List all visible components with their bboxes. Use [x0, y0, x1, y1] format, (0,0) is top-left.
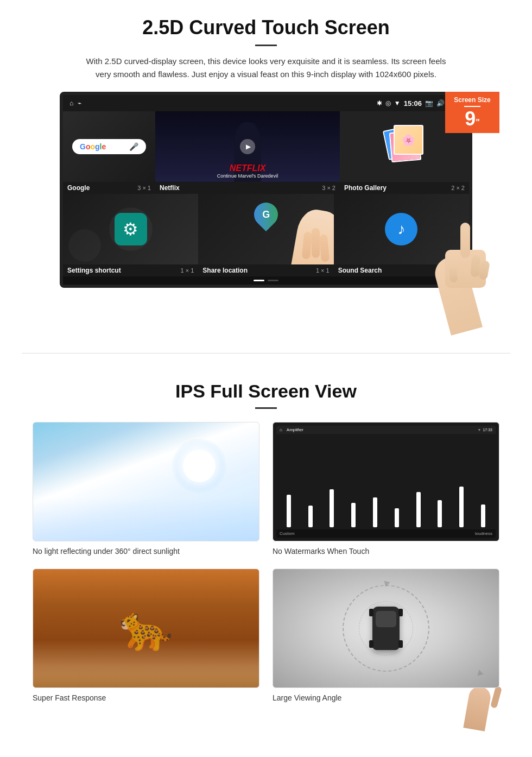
google-mic-icon: 🎤 [129, 142, 138, 151]
screen-size-unit: " [476, 118, 480, 127]
thumb [449, 266, 458, 282]
netflix-play-button[interactable] [240, 139, 255, 154]
feature-watermark: ⌂ Amplifier ▼ 17:33 [273, 422, 499, 556]
share-location-label-row: Share location 1 × 1 [198, 264, 333, 276]
app-cell-share-location[interactable]: G Share location [198, 194, 333, 276]
gallery-stack: 🌸 [383, 125, 426, 168]
app-cell-netflix[interactable]: NETFLIX Continue Marvel's Daredevil Netf… [155, 111, 340, 194]
car-body [372, 607, 400, 650]
netflix-subtitle: Continue Marvel's Daredevil [160, 173, 335, 179]
cheetah-ground [33, 666, 259, 687]
settings-label-row: Settings shortcut 1 × 1 [63, 264, 198, 276]
settings-app-size: 1 × 1 [181, 267, 194, 274]
pointing-hand [440, 223, 505, 331]
car-wheel-bl [369, 640, 373, 648]
settings-thumb: ⚙ [63, 194, 198, 264]
sun-reflection [33, 497, 259, 541]
google-label-row: Google 3 × 1 [63, 182, 155, 194]
music-icon-bg: ♪ [385, 213, 417, 245]
share-location-app-name: Share location [202, 267, 248, 274]
section1: 2.5D Curved Touch Screen With 2.5D curve… [0, 0, 532, 331]
app-cell-google[interactable]: Google 🎤 Google 3 × 1 [63, 111, 155, 194]
car-wheel-br [398, 640, 403, 648]
status-time: 15:06 [404, 99, 422, 108]
amp-topbar: ⌂ Amplifier ▼ 17:33 [276, 426, 496, 434]
music-note-icon: ♪ [397, 220, 405, 238]
features-grid: No light reflecting under 360° direct su… [33, 422, 499, 702]
app-cell-settings[interactable]: ⚙ Settings shortcut 1 × 1 [63, 194, 198, 276]
amp-bar-1 [287, 495, 291, 527]
app-grid-row2: ⚙ Settings shortcut 1 × 1 [63, 194, 469, 276]
sound-search-app-name: Sound Search [338, 267, 382, 274]
app-grid-row1: Google 🎤 Google 3 × 1 [63, 111, 469, 194]
cheetah-image: 🐆 [33, 569, 259, 688]
amp-bar-9 [459, 487, 464, 527]
gallery-app-size: 2 × 2 [451, 185, 465, 191]
amp-bar-7 [416, 492, 421, 527]
amp-bar-3 [330, 489, 334, 527]
home-icon: ⌂ [69, 99, 73, 107]
screen-size-number: 9" [452, 109, 493, 129]
car-wheel-fl [369, 609, 373, 616]
dot-active [254, 280, 264, 281]
status-bar-left: ⌂ ⌁ [69, 99, 81, 107]
watermark-label: No Watermarks When Touch [273, 547, 499, 556]
amp-time: 17:33 [483, 428, 492, 432]
usb-icon: ⌁ [78, 99, 81, 107]
netflix-overlay: NETFLIX Continue Marvel's Daredevil [155, 160, 340, 182]
car-roof [376, 611, 396, 627]
section2: IPS Full Screen View No light reflecting… [0, 375, 532, 718]
share-location-app-size: 1 × 1 [316, 267, 330, 274]
section1-title: 2.5D Curved Touch Screen [33, 16, 499, 39]
car-wheel-fr [398, 609, 403, 616]
google-thumb: Google 🎤 [63, 111, 155, 182]
device-wrapper: Screen Size 9" ⌂ ⌁ ✱ ◎ [60, 92, 472, 288]
netflix-label-row: Netflix 3 × 2 [155, 182, 340, 194]
camera-icon: 📷 [425, 99, 433, 107]
amp-title: Amplifier [287, 427, 303, 432]
screen-badge: Screen Size 9" [445, 92, 499, 133]
sunlight-label: No light reflecting under 360° direct su… [33, 547, 259, 556]
sunlight-image [33, 422, 259, 541]
index-finger [460, 223, 470, 258]
section1-underline [255, 45, 277, 46]
amp-bar-10 [481, 504, 485, 527]
gallery-label-row: Photo Gallery 2 × 2 [340, 182, 469, 194]
amp-loudness: loudness [475, 531, 492, 536]
amplifier-image: ⌂ Amplifier ▼ 17:33 [273, 422, 499, 541]
volume-icon: 🔊 [436, 99, 445, 107]
gallery-app-name: Photo Gallery [344, 184, 387, 192]
section-divider [22, 353, 510, 354]
netflix-head [239, 122, 256, 138]
google-app-size: 3 × 1 [137, 185, 151, 191]
gallery-card-3: 🌸 [394, 125, 423, 155]
feature-sunlight: No light reflecting under 360° direct su… [33, 422, 259, 556]
maps-icon-container: G [254, 203, 278, 226]
cheetah-emoji: 🐆 [119, 603, 173, 654]
page: 2.5D Curved Touch Screen With 2.5D curve… [0, 0, 532, 718]
cheetah-label: Super Fast Response [33, 693, 259, 702]
amp-bar-6 [395, 508, 399, 527]
location-icon: ◎ [385, 99, 391, 107]
sun-core [183, 450, 216, 482]
netflix-app-name: Netflix [160, 184, 180, 192]
section2-title: IPS Full Screen View [33, 381, 499, 402]
amp-bar-8 [438, 500, 442, 527]
amp-equalizer [276, 434, 496, 529]
amp-bar-2 [308, 506, 313, 527]
arrow-bottom-right [475, 670, 484, 678]
car-image [273, 569, 499, 688]
amp-bar-group [287, 473, 291, 527]
google-search-bar[interactable]: Google 🎤 [72, 139, 146, 154]
maps-g-letter: G [262, 209, 270, 220]
screen-size-label: Screen Size [452, 96, 493, 104]
settings-app-name: Settings shortcut [67, 267, 121, 274]
amp-home-icon: ⌂ [280, 427, 282, 432]
section1-description: With 2.5D curved-display screen, this de… [81, 55, 451, 81]
google-app-name: Google [67, 184, 90, 192]
amp-icons: ▼ 17:33 [308, 428, 492, 432]
netflix-thumb: NETFLIX Continue Marvel's Daredevil [155, 111, 340, 182]
pagination-dots [63, 276, 469, 285]
google-logo: Google [80, 142, 106, 151]
car-label: Large Viewing Angle [273, 693, 499, 702]
